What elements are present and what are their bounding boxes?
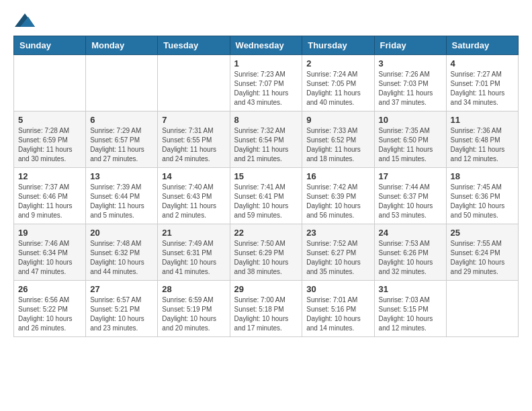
calendar-week-row: 26Sunrise: 6:56 AMSunset: 5:22 PMDayligh…: [14, 281, 519, 337]
day-info: Sunrise: 7:29 AMSunset: 6:57 PMDaylight:…: [90, 126, 153, 164]
col-wednesday: Wednesday: [230, 36, 302, 55]
day-number: 1: [234, 58, 298, 68]
day-number: 3: [379, 58, 442, 68]
day-number: 4: [451, 58, 514, 68]
table-row: [158, 55, 230, 111]
col-tuesday: Tuesday: [158, 36, 230, 55]
day-number: 14: [162, 171, 225, 181]
day-number: 10: [379, 115, 442, 125]
calendar-header-row: Sunday Monday Tuesday Wednesday Thursday…: [14, 36, 519, 55]
col-monday: Monday: [86, 36, 158, 55]
day-number: 8: [234, 115, 298, 125]
day-number: 2: [306, 58, 369, 68]
day-number: 23: [306, 228, 369, 238]
calendar-week-row: 5Sunrise: 7:28 AMSunset: 6:59 PMDaylight…: [14, 111, 519, 168]
day-number: 13: [90, 171, 153, 181]
table-row: 16Sunrise: 7:42 AMSunset: 6:39 PMDayligh…: [302, 168, 374, 224]
day-info: Sunrise: 7:41 AMSunset: 6:41 PMDaylight:…: [234, 183, 298, 220]
table-row: 31Sunrise: 7:03 AMSunset: 5:15 PMDayligh…: [374, 281, 446, 337]
day-info: Sunrise: 7:32 AMSunset: 6:54 PMDaylight:…: [234, 126, 298, 164]
table-row: 19Sunrise: 7:46 AMSunset: 6:34 PMDayligh…: [14, 224, 86, 281]
day-number: 27: [90, 284, 153, 294]
day-info: Sunrise: 7:28 AMSunset: 6:59 PMDaylight:…: [18, 126, 81, 164]
table-row: 14Sunrise: 7:40 AMSunset: 6:43 PMDayligh…: [158, 168, 230, 224]
day-number: 20: [90, 228, 153, 238]
day-info: Sunrise: 7:39 AMSunset: 6:44 PMDaylight:…: [90, 183, 153, 220]
day-info: Sunrise: 7:42 AMSunset: 6:39 PMDaylight:…: [306, 183, 369, 220]
table-row: 1Sunrise: 7:23 AMSunset: 7:07 PMDaylight…: [230, 55, 302, 111]
col-thursday: Thursday: [302, 36, 374, 55]
page-header: [13, 13, 519, 30]
day-info: Sunrise: 7:53 AMSunset: 6:26 PMDaylight:…: [379, 239, 442, 277]
table-row: 4Sunrise: 7:27 AMSunset: 7:01 PMDaylight…: [446, 55, 518, 111]
table-row: 15Sunrise: 7:41 AMSunset: 6:41 PMDayligh…: [230, 168, 302, 224]
table-row: 5Sunrise: 7:28 AMSunset: 6:59 PMDaylight…: [14, 111, 86, 168]
day-info: Sunrise: 7:36 AMSunset: 6:48 PMDaylight:…: [451, 126, 514, 164]
day-info: Sunrise: 7:24 AMSunset: 7:05 PMDaylight:…: [306, 70, 369, 107]
col-saturday: Saturday: [446, 36, 518, 55]
day-info: Sunrise: 7:00 AMSunset: 5:18 PMDaylight:…: [234, 295, 298, 333]
table-row: 26Sunrise: 6:56 AMSunset: 5:22 PMDayligh…: [14, 281, 86, 337]
day-info: Sunrise: 7:37 AMSunset: 6:46 PMDaylight:…: [18, 183, 81, 220]
table-row: 12Sunrise: 7:37 AMSunset: 6:46 PMDayligh…: [14, 168, 86, 224]
day-info: Sunrise: 7:46 AMSunset: 6:34 PMDaylight:…: [18, 239, 81, 277]
col-friday: Friday: [374, 36, 446, 55]
day-number: 21: [162, 228, 225, 238]
table-row: [14, 55, 86, 111]
day-info: Sunrise: 7:33 AMSunset: 6:52 PMDaylight:…: [306, 126, 369, 164]
day-number: 15: [234, 171, 298, 181]
day-info: Sunrise: 7:31 AMSunset: 6:55 PMDaylight:…: [162, 126, 225, 164]
table-row: 18Sunrise: 7:45 AMSunset: 6:36 PMDayligh…: [446, 168, 518, 224]
day-info: Sunrise: 7:01 AMSunset: 5:16 PMDaylight:…: [306, 295, 369, 333]
table-row: 6Sunrise: 7:29 AMSunset: 6:57 PMDaylight…: [86, 111, 158, 168]
table-row: 28Sunrise: 6:59 AMSunset: 5:19 PMDayligh…: [158, 281, 230, 337]
logo-icon: [15, 13, 35, 27]
day-number: 18: [451, 171, 514, 181]
table-row: [86, 55, 158, 111]
day-number: 26: [18, 284, 81, 294]
day-info: Sunrise: 7:55 AMSunset: 6:24 PMDaylight:…: [451, 239, 514, 277]
table-row: 27Sunrise: 6:57 AMSunset: 5:21 PMDayligh…: [86, 281, 158, 337]
table-row: 10Sunrise: 7:35 AMSunset: 6:50 PMDayligh…: [374, 111, 446, 168]
day-number: 17: [379, 171, 442, 181]
day-info: Sunrise: 7:35 AMSunset: 6:50 PMDaylight:…: [379, 126, 442, 164]
day-number: 31: [379, 284, 442, 294]
day-number: 7: [162, 115, 225, 125]
table-row: 25Sunrise: 7:55 AMSunset: 6:24 PMDayligh…: [446, 224, 518, 281]
table-row: 2Sunrise: 7:24 AMSunset: 7:05 PMDaylight…: [302, 55, 374, 111]
table-row: 11Sunrise: 7:36 AMSunset: 6:48 PMDayligh…: [446, 111, 518, 168]
day-info: Sunrise: 7:48 AMSunset: 6:32 PMDaylight:…: [90, 239, 153, 277]
table-row: 13Sunrise: 7:39 AMSunset: 6:44 PMDayligh…: [86, 168, 158, 224]
col-sunday: Sunday: [14, 36, 86, 55]
day-number: 12: [18, 171, 81, 181]
day-info: Sunrise: 7:45 AMSunset: 6:36 PMDaylight:…: [451, 183, 514, 220]
table-row: 29Sunrise: 7:00 AMSunset: 5:18 PMDayligh…: [230, 281, 302, 337]
day-info: Sunrise: 7:50 AMSunset: 6:29 PMDaylight:…: [234, 239, 298, 277]
day-info: Sunrise: 6:59 AMSunset: 5:19 PMDaylight:…: [162, 295, 225, 333]
table-row: 30Sunrise: 7:01 AMSunset: 5:16 PMDayligh…: [302, 281, 374, 337]
day-number: 16: [306, 171, 369, 181]
table-row: 3Sunrise: 7:26 AMSunset: 7:03 PMDaylight…: [374, 55, 446, 111]
day-number: 25: [451, 228, 514, 238]
calendar-week-row: 12Sunrise: 7:37 AMSunset: 6:46 PMDayligh…: [14, 168, 519, 224]
day-number: 29: [234, 284, 298, 294]
table-row: [446, 281, 518, 337]
day-info: Sunrise: 7:52 AMSunset: 6:27 PMDaylight:…: [306, 239, 369, 277]
day-number: 19: [18, 228, 81, 238]
table-row: 17Sunrise: 7:44 AMSunset: 6:37 PMDayligh…: [374, 168, 446, 224]
table-row: 22Sunrise: 7:50 AMSunset: 6:29 PMDayligh…: [230, 224, 302, 281]
table-row: 24Sunrise: 7:53 AMSunset: 6:26 PMDayligh…: [374, 224, 446, 281]
table-row: 7Sunrise: 7:31 AMSunset: 6:55 PMDaylight…: [158, 111, 230, 168]
calendar-week-row: 1Sunrise: 7:23 AMSunset: 7:07 PMDaylight…: [14, 55, 519, 111]
day-number: 5: [18, 115, 81, 125]
day-number: 6: [90, 115, 153, 125]
day-number: 24: [379, 228, 442, 238]
day-info: Sunrise: 7:23 AMSunset: 7:07 PMDaylight:…: [234, 70, 298, 107]
day-number: 30: [306, 284, 369, 294]
day-number: 22: [234, 228, 298, 238]
day-info: Sunrise: 7:40 AMSunset: 6:43 PMDaylight:…: [162, 183, 225, 220]
day-number: 28: [162, 284, 225, 294]
day-number: 11: [451, 115, 514, 125]
calendar-week-row: 19Sunrise: 7:46 AMSunset: 6:34 PMDayligh…: [14, 224, 519, 281]
table-row: 21Sunrise: 7:49 AMSunset: 6:31 PMDayligh…: [158, 224, 230, 281]
